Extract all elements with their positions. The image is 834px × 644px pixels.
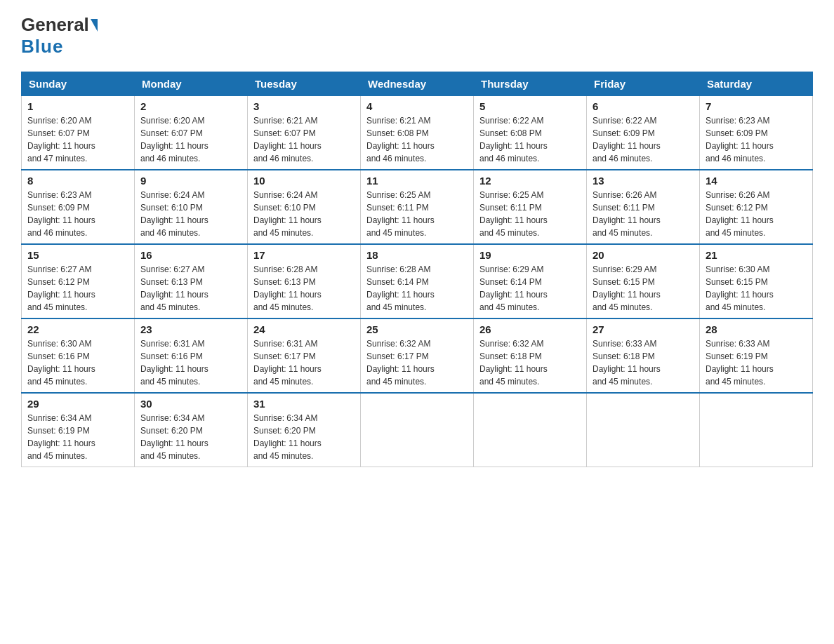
day-info: Sunrise: 6:25 AMSunset: 6:11 PMDaylight:… bbox=[479, 189, 581, 239]
calendar-cell bbox=[700, 393, 813, 467]
calendar-cell: 28 Sunrise: 6:33 AMSunset: 6:19 PMDaylig… bbox=[700, 318, 813, 393]
day-number: 8 bbox=[27, 175, 128, 187]
calendar-cell: 5 Sunrise: 6:22 AMSunset: 6:08 PMDayligh… bbox=[474, 96, 587, 170]
day-info: Sunrise: 6:27 AMSunset: 6:13 PMDaylight:… bbox=[140, 263, 241, 314]
day-number: 1 bbox=[27, 100, 128, 112]
logo-blue-text: Blue bbox=[21, 36, 63, 58]
calendar-cell: 3 Sunrise: 6:21 AMSunset: 6:07 PMDayligh… bbox=[248, 96, 361, 170]
calendar-cell: 23 Sunrise: 6:31 AMSunset: 6:16 PMDaylig… bbox=[135, 318, 248, 393]
calendar-cell: 9 Sunrise: 6:24 AMSunset: 6:10 PMDayligh… bbox=[135, 170, 248, 244]
day-number: 17 bbox=[253, 249, 355, 261]
calendar-cell: 15 Sunrise: 6:27 AMSunset: 6:12 PMDaylig… bbox=[22, 244, 135, 318]
day-number: 30 bbox=[140, 398, 241, 410]
day-number: 14 bbox=[706, 175, 807, 187]
logo: General Blue bbox=[21, 14, 99, 58]
day-number: 26 bbox=[479, 323, 581, 335]
calendar-cell: 27 Sunrise: 6:33 AMSunset: 6:18 PMDaylig… bbox=[587, 318, 700, 393]
day-number: 16 bbox=[140, 249, 241, 261]
day-info: Sunrise: 6:20 AMSunset: 6:07 PMDaylight:… bbox=[140, 114, 241, 165]
logo-general-text: General bbox=[21, 14, 89, 36]
day-number: 9 bbox=[140, 175, 241, 187]
day-number: 4 bbox=[366, 100, 468, 112]
day-info: Sunrise: 6:25 AMSunset: 6:11 PMDaylight:… bbox=[366, 189, 468, 239]
day-info: Sunrise: 6:28 AMSunset: 6:14 PMDaylight:… bbox=[366, 263, 468, 314]
day-header-sunday: Sunday bbox=[22, 72, 135, 96]
day-info: Sunrise: 6:28 AMSunset: 6:13 PMDaylight:… bbox=[253, 263, 355, 314]
day-info: Sunrise: 6:33 AMSunset: 6:18 PMDaylight:… bbox=[593, 337, 694, 388]
day-info: Sunrise: 6:23 AMSunset: 6:09 PMDaylight:… bbox=[27, 189, 128, 239]
day-header-saturday: Saturday bbox=[700, 72, 813, 96]
calendar-week-row: 15 Sunrise: 6:27 AMSunset: 6:12 PMDaylig… bbox=[22, 244, 813, 318]
day-number: 21 bbox=[706, 249, 807, 261]
calendar-cell: 31 Sunrise: 6:34 AMSunset: 6:20 PMDaylig… bbox=[248, 393, 361, 467]
day-header-thursday: Thursday bbox=[474, 72, 587, 96]
day-number: 31 bbox=[253, 398, 355, 410]
day-number: 5 bbox=[479, 100, 581, 112]
logo-triangle-icon bbox=[91, 19, 98, 32]
calendar-cell: 26 Sunrise: 6:32 AMSunset: 6:18 PMDaylig… bbox=[474, 318, 587, 393]
day-info: Sunrise: 6:32 AMSunset: 6:17 PMDaylight:… bbox=[366, 337, 468, 388]
calendar-week-row: 1 Sunrise: 6:20 AMSunset: 6:07 PMDayligh… bbox=[22, 96, 813, 170]
day-info: Sunrise: 6:34 AMSunset: 6:20 PMDaylight:… bbox=[253, 412, 355, 462]
calendar-cell bbox=[587, 393, 700, 467]
calendar-cell: 10 Sunrise: 6:24 AMSunset: 6:10 PMDaylig… bbox=[248, 170, 361, 244]
day-number: 13 bbox=[593, 175, 694, 187]
calendar-cell: 16 Sunrise: 6:27 AMSunset: 6:13 PMDaylig… bbox=[135, 244, 248, 318]
day-info: Sunrise: 6:21 AMSunset: 6:08 PMDaylight:… bbox=[366, 114, 468, 165]
day-header-wednesday: Wednesday bbox=[361, 72, 474, 96]
day-number: 24 bbox=[253, 323, 355, 335]
day-info: Sunrise: 6:34 AMSunset: 6:20 PMDaylight:… bbox=[140, 412, 241, 462]
calendar-cell: 11 Sunrise: 6:25 AMSunset: 6:11 PMDaylig… bbox=[361, 170, 474, 244]
calendar-header-row: SundayMondayTuesdayWednesdayThursdayFrid… bbox=[22, 72, 813, 96]
page-header: General Blue bbox=[21, 14, 813, 58]
day-number: 25 bbox=[366, 323, 468, 335]
calendar-cell: 20 Sunrise: 6:29 AMSunset: 6:15 PMDaylig… bbox=[587, 244, 700, 318]
calendar-cell: 25 Sunrise: 6:32 AMSunset: 6:17 PMDaylig… bbox=[361, 318, 474, 393]
calendar-cell: 13 Sunrise: 6:26 AMSunset: 6:11 PMDaylig… bbox=[587, 170, 700, 244]
calendar-cell bbox=[474, 393, 587, 467]
calendar-cell: 12 Sunrise: 6:25 AMSunset: 6:11 PMDaylig… bbox=[474, 170, 587, 244]
day-info: Sunrise: 6:30 AMSunset: 6:15 PMDaylight:… bbox=[706, 263, 807, 314]
day-info: Sunrise: 6:31 AMSunset: 6:17 PMDaylight:… bbox=[253, 337, 355, 388]
calendar-cell: 22 Sunrise: 6:30 AMSunset: 6:16 PMDaylig… bbox=[22, 318, 135, 393]
day-number: 7 bbox=[706, 100, 807, 112]
day-info: Sunrise: 6:20 AMSunset: 6:07 PMDaylight:… bbox=[27, 114, 128, 165]
calendar-cell: 18 Sunrise: 6:28 AMSunset: 6:14 PMDaylig… bbox=[361, 244, 474, 318]
day-number: 3 bbox=[253, 100, 355, 112]
day-info: Sunrise: 6:32 AMSunset: 6:18 PMDaylight:… bbox=[479, 337, 581, 388]
day-number: 10 bbox=[253, 175, 355, 187]
day-info: Sunrise: 6:31 AMSunset: 6:16 PMDaylight:… bbox=[140, 337, 241, 388]
day-number: 15 bbox=[27, 249, 128, 261]
calendar-cell: 7 Sunrise: 6:23 AMSunset: 6:09 PMDayligh… bbox=[700, 96, 813, 170]
calendar-week-row: 29 Sunrise: 6:34 AMSunset: 6:19 PMDaylig… bbox=[22, 393, 813, 467]
calendar-cell: 8 Sunrise: 6:23 AMSunset: 6:09 PMDayligh… bbox=[22, 170, 135, 244]
day-info: Sunrise: 6:27 AMSunset: 6:12 PMDaylight:… bbox=[27, 263, 128, 314]
day-info: Sunrise: 6:26 AMSunset: 6:12 PMDaylight:… bbox=[706, 189, 807, 239]
day-info: Sunrise: 6:29 AMSunset: 6:15 PMDaylight:… bbox=[593, 263, 694, 314]
day-info: Sunrise: 6:22 AMSunset: 6:08 PMDaylight:… bbox=[479, 114, 581, 165]
day-number: 2 bbox=[140, 100, 241, 112]
calendar-week-row: 8 Sunrise: 6:23 AMSunset: 6:09 PMDayligh… bbox=[22, 170, 813, 244]
calendar-cell: 24 Sunrise: 6:31 AMSunset: 6:17 PMDaylig… bbox=[248, 318, 361, 393]
day-info: Sunrise: 6:33 AMSunset: 6:19 PMDaylight:… bbox=[706, 337, 807, 388]
calendar-cell: 19 Sunrise: 6:29 AMSunset: 6:14 PMDaylig… bbox=[474, 244, 587, 318]
day-number: 6 bbox=[593, 100, 694, 112]
calendar-cell: 14 Sunrise: 6:26 AMSunset: 6:12 PMDaylig… bbox=[700, 170, 813, 244]
calendar-cell: 6 Sunrise: 6:22 AMSunset: 6:09 PMDayligh… bbox=[587, 96, 700, 170]
day-header-tuesday: Tuesday bbox=[248, 72, 361, 96]
day-number: 28 bbox=[706, 323, 807, 335]
day-info: Sunrise: 6:24 AMSunset: 6:10 PMDaylight:… bbox=[140, 189, 241, 239]
day-info: Sunrise: 6:24 AMSunset: 6:10 PMDaylight:… bbox=[253, 189, 355, 239]
day-number: 23 bbox=[140, 323, 241, 335]
calendar-cell: 21 Sunrise: 6:30 AMSunset: 6:15 PMDaylig… bbox=[700, 244, 813, 318]
calendar-cell: 29 Sunrise: 6:34 AMSunset: 6:19 PMDaylig… bbox=[22, 393, 135, 467]
calendar-cell: 2 Sunrise: 6:20 AMSunset: 6:07 PMDayligh… bbox=[135, 96, 248, 170]
day-number: 11 bbox=[366, 175, 468, 187]
calendar-table: SundayMondayTuesdayWednesdayThursdayFrid… bbox=[21, 72, 813, 467]
day-info: Sunrise: 6:21 AMSunset: 6:07 PMDaylight:… bbox=[253, 114, 355, 165]
calendar-cell bbox=[361, 393, 474, 467]
day-number: 18 bbox=[366, 249, 468, 261]
calendar-week-row: 22 Sunrise: 6:30 AMSunset: 6:16 PMDaylig… bbox=[22, 318, 813, 393]
day-number: 20 bbox=[593, 249, 694, 261]
day-number: 27 bbox=[593, 323, 694, 335]
